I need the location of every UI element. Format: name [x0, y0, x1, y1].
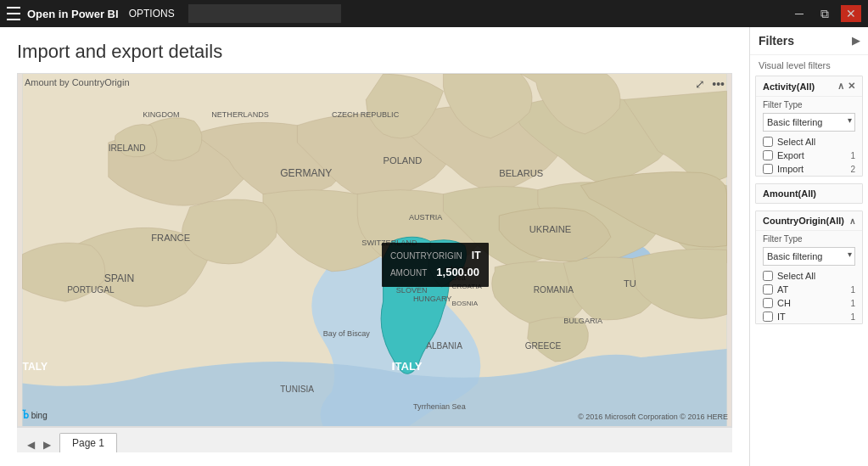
country-select-all-checkbox[interactable] [763, 271, 773, 281]
country-collapse-icon[interactable]: ∧ [849, 216, 855, 226]
filters-expand-icon[interactable]: ▶ [852, 35, 860, 47]
activity-export-item: Export 1 [756, 149, 862, 162]
svg-text:HUNGARY: HUNGARY [413, 295, 451, 303]
next-page-button[interactable]: ▶ [40, 437, 54, 452]
svg-text:IRELAND: IRELAND [109, 143, 146, 153]
tooltip-countryorigin-label: COUNTRYORIGIN [390, 251, 462, 261]
visual-level-label: Visual level filters [750, 55, 868, 72]
amount-filter-header: Amount(All) [756, 184, 862, 203]
country-at-checkbox[interactable] [763, 284, 773, 295]
tooltip-amount-value: 1,500.00 [436, 266, 479, 278]
svg-text:AUSTRIA: AUSTRIA [409, 213, 443, 222]
filters-panel: Filters ▶ Visual level filters Activity(… [749, 27, 868, 466]
page-tab-1[interactable]: Page 1 [59, 433, 117, 452]
tooltip-amount-label: AMOUNT [390, 268, 427, 278]
app-container: Import and export details Amount by Coun… [0, 27, 868, 466]
activity-filter-icons: ∧ ✕ [837, 81, 855, 92]
svg-text:ITALY: ITALY [392, 360, 423, 373]
activity-select-all-checkbox[interactable] [763, 137, 773, 147]
svg-text:PORTUGAL: PORTUGAL [67, 285, 115, 295]
country-at-label: AT [777, 284, 846, 295]
more-options-icon[interactable]: ••• [712, 77, 725, 91]
filters-title: Filters [759, 34, 794, 48]
svg-text:UKRAINE: UKRAINE [529, 224, 571, 234]
country-it-label: IT [777, 312, 846, 322]
svg-text:BELARUS: BELARUS [499, 168, 543, 178]
country-filter-type-select[interactable]: Basic filtering [763, 247, 855, 266]
report-area: Import and export details Amount by Coun… [0, 27, 749, 466]
prev-page-button[interactable]: ◀ [24, 437, 38, 452]
svg-text:GERMANY: GERMANY [280, 167, 332, 179]
page-tabs: ◀ ▶ Page 1 [17, 427, 732, 452]
filters-header: Filters ▶ [750, 27, 868, 55]
activity-filter-type-select-wrapper: Basic filtering [763, 113, 855, 132]
map-tooltip: COUNTRYORIGIN IT AMOUNT 1,500.00 [382, 243, 490, 287]
activity-collapse-icon[interactable]: ∧ [837, 81, 844, 92]
amount-filter-card: Amount(All) [755, 183, 863, 204]
map-visual[interactable]: Amount by CountryOrigin ⤢ ••• [17, 73, 732, 427]
svg-text:Bay of Biscay: Bay of Biscay [323, 329, 371, 338]
activity-close-icon[interactable]: ✕ [848, 81, 855, 92]
country-select-all: Select All [756, 269, 862, 283]
map-svg: SPAIN PORTUGAL FRANCE GERMANY POLAND BEL… [18, 74, 731, 426]
country-filter-type-label: Filter Type [756, 231, 862, 245]
tooltip-countryorigin-value: IT [472, 250, 481, 261]
activity-export-count: 1 [850, 151, 855, 160]
country-at-item: AT 1 [756, 283, 862, 296]
minimize-button[interactable]: ─ [790, 5, 809, 22]
svg-text:SLOVEN: SLOVEN [396, 286, 428, 295]
svg-text:BULGARIA: BULGARIA [563, 317, 603, 325]
country-ch-checkbox[interactable] [763, 298, 773, 308]
svg-text:SPAIN: SPAIN [104, 272, 135, 284]
country-it-count: 1 [850, 312, 855, 322]
svg-text:POLAND: POLAND [384, 155, 423, 166]
hamburger-menu[interactable] [7, 7, 20, 20]
country-ch-count: 1 [850, 299, 855, 308]
activity-filter-title: Activity(All) [763, 81, 815, 92]
country-it-item: IT 1 [756, 310, 862, 323]
page-title: Import and export details [17, 41, 732, 63]
svg-text:GREECE: GREECE [525, 341, 562, 351]
activity-export-label: Export [777, 150, 846, 160]
options-menu[interactable]: OPTIONS [129, 8, 175, 20]
window-controls: ─ ⧉ ✕ [790, 5, 861, 23]
svg-text:NETHERLANDS: NETHERLANDS [211, 110, 269, 119]
restore-button[interactable]: ⧉ [815, 5, 834, 23]
activity-import-label: Import [777, 164, 846, 174]
country-filter-title: CountryOrigin(All) [763, 216, 844, 226]
svg-text:BOSNIA: BOSNIA [452, 300, 479, 307]
activity-import-checkbox[interactable] [763, 164, 773, 174]
svg-text:KINGDOM: KINGDOM [143, 110, 179, 119]
svg-text:FRANCE: FRANCE [151, 233, 190, 243]
country-at-count: 1 [850, 285, 855, 295]
country-ch-item: CH 1 [756, 296, 862, 310]
country-filter-type-select-wrapper: Basic filtering [763, 247, 855, 266]
bing-logo: b̈ bing [23, 410, 48, 421]
map-label: Amount by CountryOrigin [25, 77, 130, 87]
svg-text:TU: TU [624, 278, 636, 289]
country-ch-label: CH [777, 298, 846, 308]
svg-text:ALBANIA: ALBANIA [426, 341, 462, 351]
page-nav: ◀ ▶ [24, 437, 54, 452]
country-filter-card: CountryOrigin(All) ∧ Filter Type Basic f… [755, 211, 863, 324]
country-select-all-label: Select All [777, 271, 855, 281]
activity-select-all: Select All [756, 135, 862, 149]
svg-text:TUNISIA: TUNISIA [280, 385, 314, 394]
country-it-checkbox[interactable] [763, 312, 773, 322]
activity-filter-type-select[interactable]: Basic filtering [763, 113, 855, 132]
svg-text:Tyrrhenian Sea: Tyrrhenian Sea [413, 402, 467, 411]
app-title: Open in Power BI [27, 8, 119, 20]
activity-filter-header: Activity(All) ∧ ✕ [756, 76, 862, 97]
svg-text:CZECH REPUBLIC: CZECH REPUBLIC [332, 110, 400, 119]
activity-export-checkbox[interactable] [763, 150, 773, 160]
svg-text:ROMANIA: ROMANIA [534, 285, 574, 295]
titlebar: Open in Power BI OPTIONS ─ ⧉ ✕ [0, 0, 868, 27]
map-copyright: © 2016 Microsoft Corporation © 2016 HERE [578, 413, 728, 421]
close-button[interactable]: ✕ [841, 5, 861, 22]
expand-icon[interactable]: ⤢ [695, 77, 705, 91]
map-toolbar: ⤢ ••• [695, 77, 725, 91]
search-input[interactable] [188, 4, 341, 23]
activity-filter-card: Activity(All) ∧ ✕ Filter Type Basic filt… [755, 76, 863, 177]
activity-filter-type-label: Filter Type [756, 97, 862, 111]
activity-import-count: 2 [850, 165, 855, 174]
